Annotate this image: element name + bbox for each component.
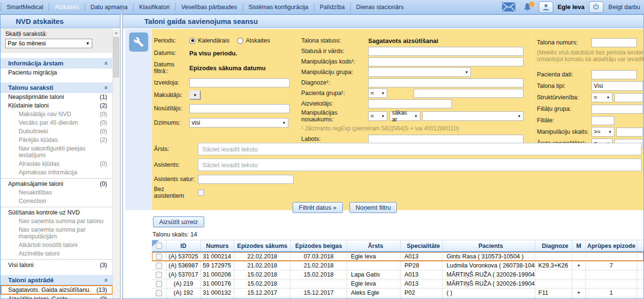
- bez-asistentiem-checkbox[interactable]: [198, 190, 204, 196]
- table-row[interactable]: (A) 537017 31 000206 15.02.2018 15.02.20…: [152, 270, 644, 279]
- talona-numurs-input[interactable]: [591, 38, 637, 47]
- radio-atskaites-label[interactable]: Atskaites: [246, 37, 270, 44]
- collapse-chevron-icon[interactable]: «: [103, 61, 110, 64]
- table-row[interactable]: (A) 219 31 000176 15.02.2018 Egle Ieva A…: [152, 279, 644, 288]
- nav-item-veselibas-parbaudes[interactable]: Veselības pārbaudes: [176, 4, 242, 11]
- labots-input[interactable]: [368, 135, 524, 144]
- notifications-bell-icon[interactable]: [520, 1, 535, 13]
- send-now-button[interactable]: Aizsūtīt uzreiz: [153, 216, 204, 227]
- collapse-chevron-icon[interactable]: «: [103, 278, 110, 281]
- header-diagnoze[interactable]: Diagnoze: [535, 240, 572, 251]
- radio-kalendarais-label[interactable]: Kalendārais: [198, 37, 229, 44]
- aizvietotajs-input[interactable]: [368, 99, 452, 108]
- filiale-input[interactable]: [591, 116, 614, 125]
- mail-icon[interactable]: [502, 1, 516, 13]
- header-arsts[interactable]: Ārsts: [347, 240, 401, 251]
- radio-kalendarais[interactable]: [189, 38, 196, 44]
- sidebar-subitem[interactable]: Nav saņemta summa par manipulācijām: [0, 225, 113, 241]
- sidebar-item[interactable]: Kļūdainie taloni(2): [0, 101, 113, 110]
- header-id[interactable]: ID: [166, 240, 201, 251]
- nav-item-dienas-stacionars[interactable]: Dienas stacionārs: [351, 4, 408, 11]
- dzimums-select[interactable]: visi ▼: [189, 118, 288, 128]
- nav-item-datu-apmaina[interactable]: Datu apmaiņa: [86, 4, 132, 11]
- header-epizodes-beigas[interactable]: Epizodes beigas: [291, 240, 347, 251]
- sidebar-subitem[interactable]: Atrastas kļūdas(0): [0, 160, 113, 168]
- statusa-vards-input[interactable]: [368, 47, 524, 56]
- manipulaciju-grupa-select[interactable]: ▼: [368, 67, 471, 77]
- sidebar-item[interactable]: Sūtīšanas kontrole uz NVD: [0, 207, 113, 217]
- nav-item-palidziba[interactable]: Palīdzība: [315, 4, 349, 11]
- sidebar-subitem[interactable]: Apmaksas informācija: [0, 168, 113, 177]
- header-specialitate[interactable]: Specialitāte: [401, 240, 443, 251]
- header-pacients[interactable]: Pacients: [443, 240, 535, 251]
- filter-data-button[interactable]: Filtrēt datus »: [293, 202, 343, 213]
- sidebar-section-talonu-saraksti[interactable]: Talonu saraksti «: [0, 82, 113, 93]
- sidebar-subitem[interactable]: Dubultnieki(0): [0, 127, 113, 136]
- sidebar-subitem[interactable]: Nav saņemta summa par talonu: [0, 217, 113, 225]
- asistents-input[interactable]: [198, 159, 642, 171]
- remove-filter-button[interactable]: Noņemt filtru: [349, 202, 397, 213]
- manip-nosaukums-select[interactable]: ▼: [422, 111, 524, 121]
- row-checkbox[interactable]: [156, 281, 162, 287]
- sidebar-scrollbar[interactable]: ▲: [112, 30, 120, 298]
- header-m[interactable]: M: [572, 240, 586, 251]
- izveidoja-input[interactable]: [189, 78, 290, 87]
- arsts-input[interactable]: [198, 143, 642, 155]
- sidebar-subitem[interactable]: Nav sakonfigurēti pieejas iestatījumi: [0, 144, 113, 160]
- manip-nosaukums-mode-select[interactable]: sākas ar ▼: [390, 111, 420, 121]
- manipulacijas-kods-input[interactable]: [368, 57, 524, 66]
- radio-atskaites[interactable]: [237, 38, 243, 44]
- row-checkbox[interactable]: [156, 272, 162, 278]
- sidebar-subitem[interactable]: Atzīmētie taloni: [0, 249, 113, 258]
- nav-item-smartmedical[interactable]: SmartMedical: [2, 4, 48, 11]
- strukturvieniba-operator-select[interactable]: = ▼: [591, 93, 612, 102]
- pacienta-grupa-input[interactable]: [414, 89, 524, 98]
- manip-skaits-operator-select[interactable]: >= ▼: [591, 127, 614, 137]
- sidebar-subitem[interactable]: Vecāks par 45 dienām(0): [0, 118, 113, 127]
- nav-item-sistemas-konfiguracija[interactable]: Sistēmas konfigurācija: [244, 4, 313, 11]
- pacienta-grupa-operator-select[interactable]: = ▼: [368, 88, 387, 98]
- manip-nosaukums-operator-select[interactable]: = ▼: [368, 111, 387, 121]
- sidebar-item[interactable]: Neapstiprinātie taloni(1): [0, 93, 113, 101]
- settings-wrench-button[interactable]: [129, 32, 148, 52]
- header-aprupes-epizode[interactable]: Aprūpes epizode: [586, 240, 637, 251]
- table-row-selected[interactable]: (A) 537025 31 000214 22.02.2018 07.03.20…: [152, 252, 644, 261]
- user-profile-button[interactable]: [539, 1, 553, 13]
- nosutitajs-input[interactable]: [189, 104, 290, 113]
- row-checkbox[interactable]: [156, 290, 162, 296]
- sidebar-item[interactable]: Apmaksājamie taloni(0): [0, 178, 113, 188]
- scroll-up-arrow-icon[interactable]: ▲: [113, 30, 120, 36]
- power-icon[interactable]: [589, 1, 603, 13]
- sidebar-item-selected[interactable]: Sagatavots. Gaida aizsūtīšanu.(13): [0, 285, 113, 295]
- sidebar-section-taloni-apstrade[interactable]: Taloni apstrādē «: [0, 275, 113, 285]
- sidebar-subitem[interactable]: Pārējās kļūdas(2): [0, 136, 113, 144]
- nav-item-klasifikatori[interactable]: Klasifikatori: [134, 4, 175, 11]
- sidebar-subitem[interactable]: Atkārtoti nosūtīti taloni: [0, 241, 113, 249]
- sidebar-item[interactable]: Aizsūtītie taloni. Gaida pieņemšanu.(0): [0, 295, 113, 299]
- row-checkbox[interactable]: [156, 254, 162, 260]
- scrollbar-thumb[interactable]: [113, 37, 119, 77]
- talona-tipi-select[interactable]: Visi: [591, 81, 643, 91]
- sidebar-subitem[interactable]: Nesakritības: [0, 188, 113, 197]
- sidebar-item[interactable]: Visi taloni(3): [0, 259, 113, 269]
- sidebar-subitem[interactable]: Maksātājs nav NVD(0): [0, 110, 113, 118]
- filialu-grupa-input[interactable]: [591, 105, 643, 114]
- row-checkbox[interactable]: [156, 263, 162, 269]
- header-epizodes-sakums[interactable]: Epizodes sākums: [234, 240, 291, 251]
- manip-skaits-input[interactable]: [616, 128, 643, 137]
- diagnoze-input[interactable]: [368, 78, 524, 87]
- pacienta-dati-input[interactable]: [591, 70, 637, 79]
- sidebar-section-informacija-arstam[interactable]: Informācija ārstam «: [0, 58, 113, 68]
- sidebar-item[interactable]: Pacientu migrācija: [0, 68, 113, 77]
- count-filter-select[interactable]: Par šo mēnesi ▼: [5, 39, 92, 48]
- nav-item-atskaites[interactable]: Atskaites: [50, 4, 84, 11]
- logout-button[interactable]: Beigt darbu: [609, 3, 641, 11]
- collapse-chevron-icon[interactable]: «: [103, 85, 110, 89]
- maksatajs-dropdown[interactable]: ▼: [189, 90, 201, 100]
- table-row[interactable]: (A) 536987 59 172975 21.02.2018 21.02.20…: [152, 261, 644, 270]
- asistents-satur-input[interactable]: [198, 175, 294, 184]
- table-row[interactable]: (A) 192 31 000132 15.12.2017 15.12.2017 …: [152, 288, 644, 298]
- sidebar-subitem[interactable]: Correction: [0, 197, 113, 205]
- strukturvieniba-input[interactable]: [614, 93, 643, 102]
- header-numurs[interactable]: Numurs: [201, 240, 234, 251]
